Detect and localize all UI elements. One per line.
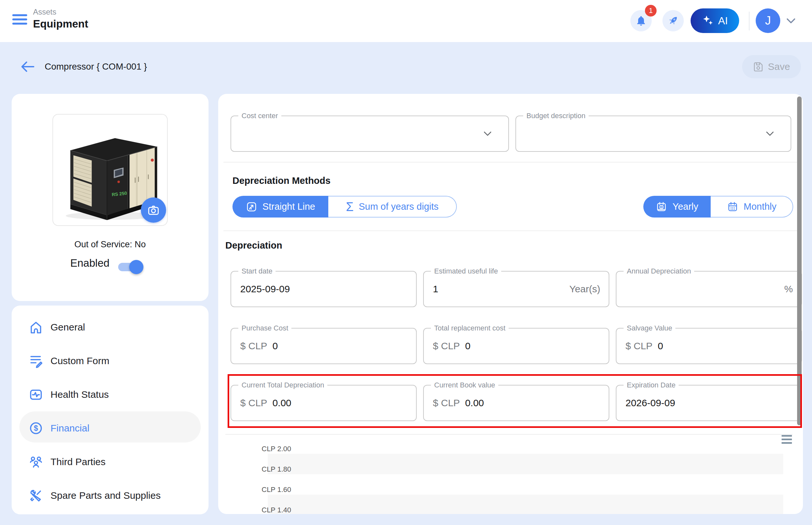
sigma-icon: Σ (346, 201, 354, 213)
field-value: 0 (465, 341, 470, 351)
field-label: Expiration Date (623, 381, 679, 389)
field-label: Current Total Depreciation (238, 381, 327, 389)
field-value: 2025-09-09 (240, 284, 290, 295)
sidebar-item-label: Third Parties (50, 456, 105, 467)
back-button[interactable] (19, 60, 35, 73)
field-prefix: $ CLP (433, 341, 460, 351)
save-label: Save (768, 61, 790, 72)
sidebar-item-custom-form[interactable]: Custom Form (12, 344, 208, 378)
breadcrumb-section: Assets (33, 7, 88, 17)
chevron-down-icon (766, 131, 774, 136)
account-menu-button[interactable] (786, 18, 796, 25)
header-titles: Assets Equipment (33, 7, 88, 31)
sidebar-item-spare-parts[interactable]: Spare Parts and Supplies (12, 479, 208, 512)
sidebar-item-health-status[interactable]: Health Status (12, 378, 208, 411)
page: Assets Equipment 1 AI (0, 0, 812, 525)
sidebar-item-label: General (50, 322, 85, 333)
field-label: Estimated useful life (431, 267, 501, 275)
field-suffix: Year(s) (569, 284, 600, 295)
methods-heading: Depreciation Methods (233, 176, 330, 186)
save-button[interactable]: Save (742, 55, 801, 78)
chevron-down-icon (786, 18, 796, 24)
chevron-down-icon (484, 131, 491, 136)
page-title: Equipment (33, 17, 88, 31)
calendar-month-icon (727, 201, 738, 213)
divider (223, 230, 798, 231)
field-suffix: % (784, 284, 793, 295)
annual-depreciation-field[interactable]: Annual Depreciation % (616, 271, 802, 307)
monthly-label: Monthly (744, 201, 777, 212)
depreciation-heading: Depreciation (225, 240, 282, 251)
whats-new-button[interactable] (662, 10, 684, 31)
chart-tick-label: CLP 1.40 (262, 506, 291, 514)
purchase-cost-field[interactable]: Purchase Cost $ CLP 0 (231, 328, 417, 364)
field-label: Current Book value (431, 381, 498, 389)
field-prefix: $ CLP (625, 341, 652, 351)
budget-description-label: Budget description (523, 112, 589, 120)
sidebar-item-financial[interactable]: $ Financial (12, 411, 208, 445)
field-value: 1 (433, 284, 438, 295)
field-prefix: $ CLP (240, 397, 267, 408)
current-total-depreciation-field[interactable]: Current Total Depreciation $ CLP 0.00 (231, 385, 417, 421)
people-icon (29, 454, 43, 469)
sidebar-item-label: Spare Parts and Supplies (50, 490, 161, 501)
straight-line-label: Straight Line (263, 201, 315, 212)
camera-icon (147, 204, 160, 216)
top-header: Assets Equipment 1 AI (0, 0, 812, 42)
useful-life-field[interactable]: Estimated useful life 1 Year(s) (423, 271, 609, 307)
save-icon (753, 61, 764, 72)
field-label: Salvage Value (623, 324, 675, 332)
trend-chart-icon (246, 201, 257, 213)
svg-text:8: 8 (661, 205, 662, 208)
tools-icon (29, 488, 43, 503)
calendar-year-icon: 8 (655, 201, 667, 213)
sidebar-item-third-parties[interactable]: Third Parties (12, 445, 208, 479)
salvage-value-field[interactable]: Salvage Value $ CLP 0 (616, 328, 802, 364)
field-value: 2026-09-09 (625, 397, 675, 408)
yearly-label: Yearly (673, 201, 698, 212)
yearly-button[interactable]: 8 Yearly (643, 196, 711, 217)
cost-center-select[interactable]: Cost center (231, 116, 509, 152)
enabled-toggle-thumb[interactable] (129, 260, 144, 274)
health-pulse-icon (29, 387, 43, 402)
field-label: Annual Depreciation (623, 267, 694, 275)
sidebar-item-label: Custom Form (50, 355, 109, 366)
out-of-service-status: Out of Service: No (12, 240, 208, 250)
dollar-circle-icon: $ (29, 421, 43, 436)
straight-line-button[interactable]: Straight Line (233, 196, 328, 217)
chart-context-menu-button[interactable] (782, 435, 792, 446)
depreciation-method-toggle: Straight Line Σ Sum of years digits (233, 196, 457, 217)
avatar[interactable]: J (756, 9, 780, 33)
form-pencil-icon (29, 354, 43, 368)
bell-icon (635, 15, 647, 27)
svg-text:$: $ (34, 424, 38, 432)
sum-of-years-button[interactable]: Σ Sum of years digits (328, 196, 457, 217)
menu-hamburger-icon[interactable] (12, 14, 27, 28)
current-book-value-field[interactable]: Current Book value $ CLP 0.00 (423, 385, 609, 421)
field-value: 0 (658, 341, 663, 351)
sidebar-item-general[interactable]: General (12, 311, 208, 344)
field-value: 0.00 (272, 397, 291, 408)
start-date-field[interactable]: Start date 2025-09-09 (231, 271, 417, 307)
home-icon (29, 320, 43, 335)
field-label: Purchase Cost (238, 324, 291, 332)
ai-assistant-button[interactable]: AI (691, 9, 739, 33)
panel-scrollbar[interactable] (797, 96, 802, 425)
sidebar-item-label: Financial (50, 423, 89, 434)
asset-summary-card: RS 250 (12, 94, 208, 301)
field-prefix: $ CLP (240, 341, 267, 351)
divider (223, 162, 798, 163)
field-value: 0 (272, 341, 278, 351)
notification-badge: 1 (645, 5, 656, 16)
sum-of-years-label: Sum of years digits (359, 201, 439, 212)
field-label: Total replacement cost (431, 324, 508, 332)
budget-description-select[interactable]: Budget description (515, 116, 791, 152)
chart-tick-label: CLP 2.00 (262, 445, 291, 453)
field-prefix: $ CLP (433, 397, 460, 408)
change-photo-button[interactable] (141, 197, 166, 223)
monthly-button[interactable]: Monthly (711, 196, 793, 217)
breadcrumb: Compressor { COM-001 } (45, 61, 147, 72)
expiration-date-field[interactable]: Expiration Date 2026-09-09 (616, 385, 802, 421)
replacement-cost-field[interactable]: Total replacement cost $ CLP 0 (423, 328, 609, 364)
asset-tabs-card: General Custom Form Health Status $ (12, 305, 208, 514)
